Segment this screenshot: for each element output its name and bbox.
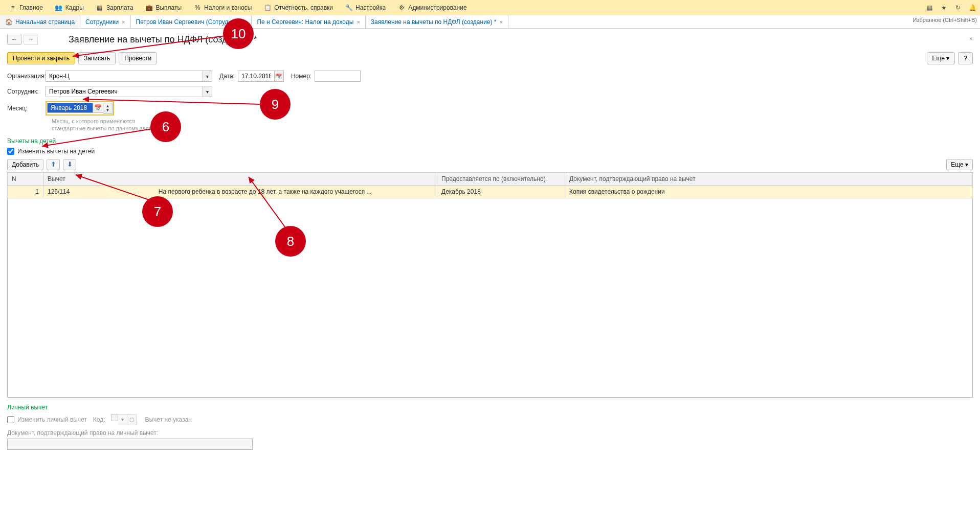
date-label: Дата: bbox=[219, 73, 235, 80]
clipboard-icon: 📋 bbox=[264, 4, 271, 11]
personal-section-title: Личный вычет bbox=[7, 404, 973, 411]
move-down-button[interactable]: ⬇ bbox=[63, 159, 76, 170]
calendar-icon[interactable]: 📅 bbox=[93, 103, 103, 113]
add-button[interactable]: Добавить bbox=[7, 159, 43, 170]
home-icon: 🏠 bbox=[5, 18, 13, 26]
org-input[interactable] bbox=[46, 71, 203, 82]
menu-nastroika[interactable]: 🔧Настройка bbox=[339, 0, 392, 15]
deductions-table: N Вычет Предоставляется по (включительно… bbox=[7, 172, 973, 198]
menu-nastroika-label: Настройка bbox=[355, 4, 386, 11]
close-icon[interactable]: × bbox=[357, 19, 360, 25]
menu-zarplata-label: Зарплата bbox=[106, 4, 133, 11]
emp-input[interactable] bbox=[46, 86, 203, 97]
menu-otchet-label: Отчетность, справки bbox=[274, 4, 333, 11]
hamburger-icon: ≡ bbox=[9, 4, 16, 11]
open-icon: ▢ bbox=[127, 414, 137, 425]
briefcase-icon: 💼 bbox=[145, 4, 152, 11]
cell-until: Декабрь 2018 bbox=[437, 185, 565, 198]
change-personal-checkbox[interactable] bbox=[7, 416, 14, 423]
menu-vyplaty[interactable]: 💼Выплаты bbox=[139, 0, 188, 15]
personal-doc-input bbox=[7, 439, 253, 450]
main-menubar: ≡Главное 👥Кадры ▦Зарплата 💼Выплаты %Нало… bbox=[0, 0, 980, 15]
star-icon[interactable]: ★ bbox=[939, 3, 948, 12]
open-icon[interactable]: ▾ bbox=[203, 86, 212, 97]
close-icon[interactable]: × bbox=[969, 35, 973, 42]
change-personal-label: Изменить личный вычет bbox=[17, 416, 87, 423]
menu-admin-label: Администрирование bbox=[408, 4, 466, 11]
table-more-button[interactable]: Еще ▾ bbox=[946, 159, 973, 170]
month-hint: Месяц, с которого применяютсястандартные… bbox=[52, 118, 973, 132]
kod-input bbox=[111, 414, 118, 421]
table-row[interactable]: 1 126/114 На первого ребенка в возрасте … bbox=[8, 185, 973, 198]
change-children-label: Изменить вычеты на детей bbox=[17, 148, 95, 155]
open-icon[interactable]: ▾ bbox=[203, 71, 212, 82]
col-n: N bbox=[8, 172, 43, 185]
history-icon[interactable]: ↻ bbox=[953, 3, 963, 12]
move-up-button[interactable]: ⬆ bbox=[47, 159, 60, 170]
help-button[interactable]: ? bbox=[958, 52, 973, 64]
tab-employee-label: Петров Иван Сергеевич (Сотрудник) bbox=[136, 18, 240, 26]
kod-label: Код: bbox=[93, 416, 105, 423]
personal-doc-label: Документ, подтверждающий право на личный… bbox=[7, 429, 973, 437]
month-input[interactable] bbox=[47, 103, 93, 113]
col-document: Документ, подтверждающий право на вычет bbox=[565, 172, 973, 185]
post-and-close-button[interactable]: Провести и закрыть bbox=[7, 52, 75, 64]
date-input[interactable] bbox=[238, 71, 275, 82]
bell-icon[interactable]: 🔔 bbox=[968, 3, 977, 12]
children-section-title: Вычеты на детей bbox=[7, 137, 973, 145]
tab-employee[interactable]: Петров Иван Сергеевич (Сотрудник)× bbox=[131, 15, 252, 28]
more-button[interactable]: Еще ▾ bbox=[927, 52, 955, 64]
tab-deductions[interactable]: Заявление на вычеты по НДФЛ (создание) *… bbox=[366, 15, 508, 28]
spinner-icon[interactable]: ▲▼ bbox=[103, 103, 113, 114]
cell-n: 1 bbox=[8, 185, 43, 198]
page-title: Заявление на вычеты по НДФЛ (создание) * bbox=[69, 34, 257, 45]
col-deduction: Вычет bbox=[43, 172, 437, 185]
post-button[interactable]: Провести bbox=[119, 52, 157, 64]
menu-kadry[interactable]: 👥Кадры bbox=[49, 0, 90, 15]
cell-document: Копия свидетельства о рождении bbox=[565, 185, 973, 198]
arrow-down-icon: ⬇ bbox=[67, 160, 73, 168]
emp-label: Сотрудник: bbox=[7, 88, 46, 95]
menu-otchetnost[interactable]: 📋Отчетность, справки bbox=[258, 0, 339, 15]
org-label: Организация: bbox=[7, 73, 46, 80]
tab-employees-label: Сотрудники bbox=[85, 18, 119, 26]
tabbar: 🏠Начальная страница Сотрудники× Петров И… bbox=[0, 15, 980, 29]
close-icon[interactable]: × bbox=[243, 19, 246, 25]
tab-tax-label: Пе н Сергеевич: Налог на доходы bbox=[257, 18, 353, 26]
menu-nalogi[interactable]: %Налоги и взносы bbox=[188, 0, 258, 15]
dropdown-icon: ▾ bbox=[118, 414, 127, 425]
tab-tax[interactable]: Пе н Сергеевич: Налог на доходы× bbox=[252, 15, 365, 28]
change-children-checkbox[interactable] bbox=[7, 148, 14, 155]
people-icon: 👥 bbox=[55, 4, 62, 11]
save-button[interactable]: Записать bbox=[78, 52, 116, 64]
cell-deduction: 126/114 На первого ребенка в возрасте до… bbox=[43, 185, 437, 198]
menu-zarplata[interactable]: ▦Зарплата bbox=[90, 0, 140, 15]
close-icon[interactable]: × bbox=[122, 19, 125, 25]
number-label: Номер: bbox=[291, 73, 311, 80]
more-label: Еще bbox=[932, 55, 945, 62]
calendar-icon[interactable]: 📅 bbox=[275, 71, 284, 82]
wrench-icon: 🔧 bbox=[345, 4, 352, 11]
col-until: Предоставляется по (включительно) bbox=[437, 172, 565, 185]
menu-main[interactable]: ≡Главное bbox=[3, 0, 49, 15]
percent-icon: % bbox=[194, 4, 201, 11]
tab-deductions-label: Заявление на вычеты по НДФЛ (создание) * bbox=[371, 18, 497, 26]
forward-button[interactable]: → bbox=[24, 34, 38, 45]
tabbar-hint: Избранное (Ctrl+Shift+B) bbox=[913, 17, 977, 23]
menu-vyplaty-label: Выплаты bbox=[155, 4, 182, 11]
menu-main-label: Главное bbox=[19, 4, 43, 11]
close-icon[interactable]: × bbox=[500, 19, 503, 25]
month-label: Месяц: bbox=[7, 105, 46, 112]
menu-kadry-label: Кадры bbox=[65, 4, 84, 11]
tab-home-label: Начальная страница bbox=[15, 18, 75, 26]
gear-icon: ⚙ bbox=[398, 4, 405, 11]
not-specified-label: Вычет не указан bbox=[145, 416, 191, 423]
number-input[interactable] bbox=[315, 71, 361, 82]
tab-employees[interactable]: Сотрудники× bbox=[80, 15, 130, 28]
menu-admin[interactable]: ⚙Администрирование bbox=[392, 0, 473, 15]
tab-home[interactable]: 🏠Начальная страница bbox=[0, 15, 80, 28]
back-button[interactable]: ← bbox=[7, 34, 21, 45]
menu-nalogi-label: Налоги и взносы bbox=[204, 4, 252, 11]
grid-icon: ▦ bbox=[96, 4, 103, 11]
apps-icon[interactable]: ▦ bbox=[925, 3, 934, 12]
